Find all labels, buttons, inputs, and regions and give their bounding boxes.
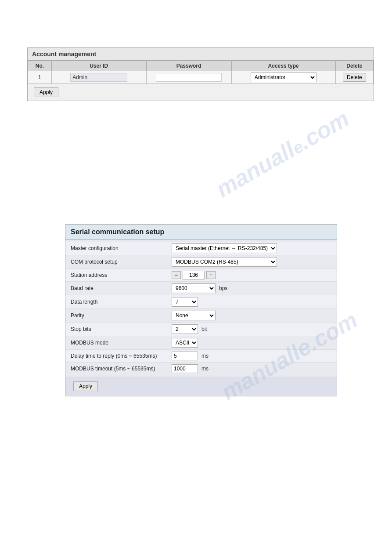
modbus-mode-row: MODBUS mode ASCII RTU (65, 336, 337, 350)
modbus-timeout-label: MODBUS timeout (5ms ~ 65535ms) (71, 366, 172, 372)
station-address-control: − + (172, 271, 331, 279)
modbus-timeout-unit: ms (201, 366, 209, 372)
data-length-control: 7 8 (172, 297, 331, 307)
modbus-mode-select[interactable]: ASCII RTU (172, 338, 198, 348)
row-userid (51, 71, 146, 84)
modbus-mode-label: MODBUS mode (71, 340, 172, 346)
stop-bits-control: 1 2 bit (172, 324, 331, 334)
com-protocol-select[interactable]: MODBUS COM2 (RS-485) MODBUS COM1 (RS-232… (172, 257, 277, 267)
master-config-label: Master configuration (71, 245, 172, 251)
user-id-input[interactable] (70, 73, 127, 82)
row-access-type: Administrator Operator User (231, 71, 335, 84)
baud-rate-row: Baud rate 9600 19200 38400 57600 115200 … (65, 282, 337, 295)
col-header-access-type: Access type (231, 61, 335, 71)
data-length-label: Data length (71, 299, 172, 305)
master-config-select[interactable]: Serial master (Ethernet → RS-232/485) Se… (172, 243, 277, 253)
com-protocol-row: COM protocol setup MODBUS COM2 (RS-485) … (65, 255, 337, 269)
master-config-control: Serial master (Ethernet → RS-232/485) Se… (172, 243, 331, 253)
delay-time-control: ms (172, 352, 331, 360)
master-config-row: Master configuration Serial master (Ethe… (65, 242, 337, 255)
modbus-timeout-row: MODBUS timeout (5ms ~ 65535ms) ms (65, 363, 337, 375)
parity-control: None Even Odd (172, 311, 331, 320)
delay-time-label: Delay time to reply (0ms ~ 65535ms) (71, 353, 172, 359)
account-management-section: Account management No. User ID Password … (27, 47, 374, 101)
stop-bits-unit: bit (201, 326, 207, 332)
password-input[interactable] (156, 73, 222, 82)
baud-rate-unit: bps (219, 285, 227, 291)
row-password (146, 71, 231, 84)
watermark-1: manualle.com (212, 105, 354, 202)
serial-apply-button[interactable]: Apply (73, 381, 98, 391)
col-header-userid: User ID (51, 61, 146, 71)
serial-communication-title: Serial communication setup (65, 225, 337, 240)
stop-bits-label: Stop bits (71, 326, 172, 332)
col-header-no: No. (28, 61, 52, 71)
station-address-row: Station address − + (65, 269, 337, 282)
stop-bits-row: Stop bits 1 2 bit (65, 323, 337, 336)
serial-body: Master configuration Serial master (Ethe… (65, 240, 337, 377)
delay-time-input[interactable] (172, 352, 198, 360)
station-plus-button[interactable]: + (206, 271, 216, 279)
serial-communication-section: Serial communication setup Master config… (65, 224, 337, 396)
data-length-row: Data length 7 8 (65, 295, 337, 309)
station-address-input[interactable] (183, 271, 205, 279)
account-apply-button[interactable]: Apply (34, 87, 58, 97)
baud-rate-control: 9600 19200 38400 57600 115200 bps (172, 283, 331, 293)
baud-rate-select[interactable]: 9600 19200 38400 57600 115200 (172, 283, 216, 293)
delay-time-row: Delay time to reply (0ms ~ 65535ms) ms (65, 350, 337, 363)
account-table: No. User ID Password Access type Delete … (28, 61, 374, 84)
row-delete: Delete (335, 71, 373, 84)
parity-select[interactable]: None Even Odd (172, 311, 216, 320)
station-address-label: Station address (71, 272, 172, 278)
parity-label: Parity (71, 312, 172, 319)
access-type-select[interactable]: Administrator Operator User (251, 73, 316, 82)
col-header-delete: Delete (335, 61, 373, 71)
data-length-select[interactable]: 7 8 (172, 297, 198, 307)
baud-rate-label: Baud rate (71, 285, 172, 291)
modbus-timeout-input[interactable] (172, 364, 198, 373)
delete-button[interactable]: Delete (343, 73, 366, 82)
account-apply-row: Apply (28, 84, 374, 101)
table-row: 1 Administrator Operator User Delete (28, 71, 374, 84)
com-protocol-control: MODBUS COM2 (RS-485) MODBUS COM1 (RS-232… (172, 257, 331, 267)
delay-time-unit: ms (201, 353, 209, 359)
row-no: 1 (28, 71, 52, 84)
modbus-mode-control: ASCII RTU (172, 338, 331, 348)
station-minus-button[interactable]: − (172, 271, 181, 279)
serial-apply-row: Apply (65, 377, 337, 396)
modbus-timeout-control: ms (172, 364, 331, 373)
com-protocol-label: COM protocol setup (71, 259, 172, 265)
col-header-password: Password (146, 61, 231, 71)
parity-row: Parity None Even Odd (65, 309, 337, 323)
account-management-title: Account management (28, 48, 374, 61)
stop-bits-select[interactable]: 1 2 (172, 324, 198, 334)
